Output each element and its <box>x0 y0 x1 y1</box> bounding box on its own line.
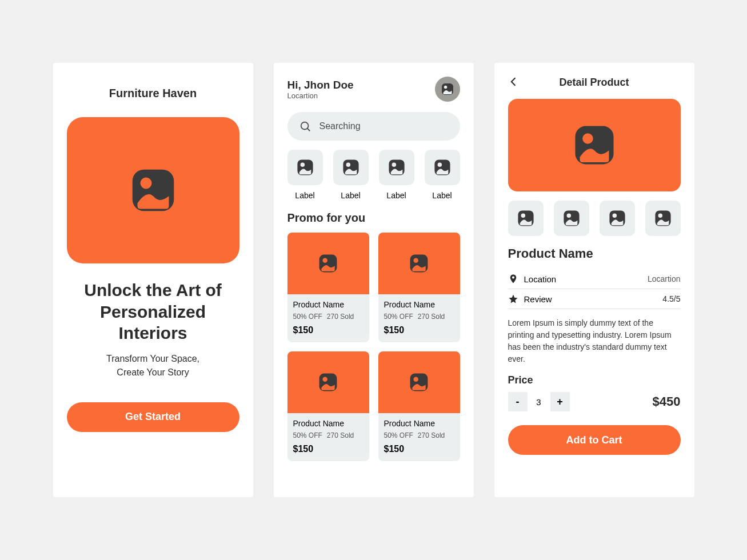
home-screen: Hi, Jhon Doe Locartion Searching Label L… <box>274 63 474 497</box>
svg-point-4 <box>301 122 308 130</box>
sold-badge: 270 Sold <box>418 431 445 439</box>
description: Lorem Ipsum is simply dummy text of the … <box>508 317 681 365</box>
category-item[interactable]: Label <box>287 150 323 200</box>
sold-badge: 270 Sold <box>327 313 354 321</box>
hero-image <box>67 117 239 263</box>
svg-line-5 <box>307 129 310 131</box>
product-price: $150 <box>384 444 454 454</box>
review-value: 4.5/5 <box>662 294 680 303</box>
thumbnail[interactable] <box>508 201 544 236</box>
thumbnail[interactable] <box>645 201 681 236</box>
qty-minus-button[interactable]: - <box>508 392 528 411</box>
qty-value: 3 <box>528 397 550 407</box>
product-image <box>287 233 369 294</box>
product-image <box>378 351 460 413</box>
location-label: Location <box>524 274 642 284</box>
sold-badge: 270 Sold <box>327 431 354 439</box>
product-card[interactable]: Product Name 50% OFF270 Sold $150 <box>378 233 460 342</box>
product-price: $150 <box>384 325 454 335</box>
location-value: Locartion <box>648 274 681 283</box>
search-icon <box>299 120 311 133</box>
category-label: Label <box>287 191 323 200</box>
detail-screen: Detail Product Product Name Location Loc… <box>494 63 694 497</box>
onboarding-screen: Furniture Haven Unlock the Art of Person… <box>53 63 253 497</box>
add-to-cart-button[interactable]: Add to Cart <box>508 425 681 455</box>
promo-title: Promo for you <box>287 211 460 225</box>
price-label: Price <box>508 374 681 386</box>
product-image <box>287 351 369 413</box>
category-label: Label <box>379 191 414 200</box>
product-name: Product Name <box>293 419 363 428</box>
discount-badge: 50% OFF <box>293 431 322 439</box>
image-icon <box>333 150 369 185</box>
category-label: Label <box>425 191 460 200</box>
chevron-left-icon <box>508 76 520 87</box>
product-card[interactable]: Product Name 50% OFF270 Sold $150 <box>378 351 460 461</box>
category-item[interactable]: Label <box>425 150 460 200</box>
category-item[interactable]: Label <box>333 150 369 200</box>
category-item[interactable]: Label <box>379 150 414 200</box>
location-icon <box>508 274 518 284</box>
product-grid: Product Name 50% OFF270 Sold $150 Produc… <box>287 233 460 461</box>
sold-badge: 270 Sold <box>418 313 445 321</box>
thumbnail-row <box>508 201 681 236</box>
qty-plus-button[interactable]: + <box>550 392 570 411</box>
product-price: $150 <box>293 325 363 335</box>
avatar[interactable] <box>435 77 460 102</box>
category-label: Label <box>333 191 369 200</box>
subtitle: Transform Your Space,Create Your Story <box>67 352 239 379</box>
user-location: Locartion <box>287 91 354 100</box>
discount-badge: 50% OFF <box>384 431 413 439</box>
product-main-image <box>508 99 681 191</box>
product-image <box>378 233 460 294</box>
greeting: Hi, Jhon Doe <box>287 79 354 91</box>
discount-badge: 50% OFF <box>384 313 413 321</box>
star-icon <box>508 294 518 304</box>
product-price: $150 <box>293 444 363 454</box>
product-name: Product Name <box>508 246 681 261</box>
thumbnail[interactable] <box>600 201 635 236</box>
product-name: Product Name <box>384 419 454 428</box>
brand-title: Furniture Haven <box>67 87 239 100</box>
location-row: Location Locartion <box>508 269 681 289</box>
search-placeholder: Searching <box>319 121 361 131</box>
product-name: Product Name <box>384 300 454 309</box>
product-name: Product Name <box>293 300 363 309</box>
page-title: Detail Product <box>559 77 629 89</box>
category-row: Label Label Label Label <box>287 150 460 200</box>
headline: Unlock the Art of Personalized Interiors <box>67 279 239 344</box>
image-icon <box>425 150 460 185</box>
thumbnail[interactable] <box>554 201 589 236</box>
back-button[interactable] <box>508 76 520 90</box>
product-card[interactable]: Product Name 50% OFF270 Sold $150 <box>287 233 369 342</box>
discount-badge: 50% OFF <box>293 313 322 321</box>
product-card[interactable]: Product Name 50% OFF270 Sold $150 <box>287 351 369 461</box>
search-input[interactable]: Searching <box>287 112 460 141</box>
quantity-row: - 3 + $450 <box>508 392 681 411</box>
image-icon <box>287 150 323 185</box>
image-icon <box>379 150 414 185</box>
review-label: Review <box>524 294 657 304</box>
get-started-button[interactable]: Get Started <box>67 402 239 432</box>
total-price: $450 <box>653 394 681 409</box>
review-row: Review 4.5/5 <box>508 289 681 309</box>
